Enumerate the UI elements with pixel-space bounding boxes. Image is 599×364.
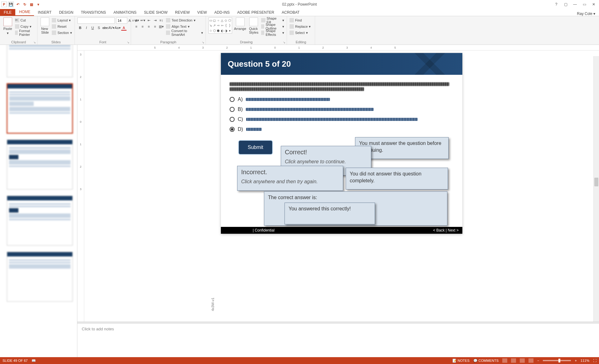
reset-button[interactable]: Reset [52,24,72,29]
notes-toggle[interactable]: 📝 NOTES [452,359,470,363]
replace-button[interactable]: Replace ▾ [290,24,311,29]
option-c[interactable]: C) [230,117,454,122]
quick-styles-button[interactable]: Quick Styles [248,17,259,34]
submit-button[interactable]: Submit [239,141,272,154]
slide-thumbnail[interactable] [7,252,73,302]
save-icon[interactable]: 💾 [8,2,14,7]
tab-transitions[interactable]: TRANSITIONS [77,9,110,16]
dialog-launcher-icon[interactable]: ↘ [127,41,130,44]
vertical-scrollbar[interactable] [593,56,599,322]
spacing-button[interactable]: AV▾ [109,25,114,31]
redo-icon[interactable]: ↻ [22,2,27,7]
callout-answered-correctly[interactable]: You answered this correctly! [285,203,375,224]
shape-effects-button[interactable]: Shape Effects ▾ [261,30,284,36]
zoom-in-icon[interactable]: + [575,359,577,362]
outdent-button[interactable]: ⇤ [146,17,152,23]
slide-stage[interactable]: 3210123 Question 5 of 20 A) B) C [77,50,599,322]
horizontal-ruler[interactable]: 54321012345 [77,45,599,50]
font-name-input[interactable] [77,17,115,24]
bold-button[interactable]: B [77,25,83,31]
align-text-button[interactable]: Align Text ▾ [166,24,203,29]
reading-view-icon[interactable] [520,358,525,363]
zoom-out-icon[interactable]: − [537,359,539,362]
dialog-launcher-icon[interactable]: ↘ [283,41,286,44]
app-icon[interactable]: P [1,2,7,7]
indent-button[interactable]: ⇥ [152,17,158,23]
find-button[interactable]: Find [290,17,311,23]
section-button[interactable]: Section ▾ [52,30,72,36]
paste-button[interactable]: Paste▾ [2,17,13,35]
font-color-button[interactable]: A [121,25,127,31]
arrange-button[interactable]: Arrange [234,17,246,31]
collapse-ribbon-icon[interactable]: ˄ [596,358,598,363]
slide-thumbnail[interactable] [7,45,73,77]
shapes-gallery[interactable]: ▭◻○△◇⬠ ↘↗⇨⇦{} ☆⬡⬢◐◑▾ [208,17,232,34]
tab-file[interactable]: FILE [0,9,15,16]
shadow-button[interactable]: S [96,25,102,31]
tab-animations[interactable]: ANIMATIONS [110,9,140,16]
underline-button[interactable]: U [90,25,95,31]
tab-view[interactable]: VIEW [193,9,211,16]
columns-button[interactable]: ▥▾ [158,24,164,29]
spell-check-icon[interactable]: 📖 [32,359,36,363]
tab-design[interactable]: DESIGN [55,9,77,16]
normal-view-icon[interactable] [502,358,507,363]
slideshow-view-icon[interactable] [528,358,533,363]
signed-in-user[interactable]: Ray Cole ▾ [577,12,599,16]
maximize-icon[interactable]: ▭ [581,2,588,7]
cut-button[interactable]: ✂Cut [15,17,35,23]
zoom-slider[interactable] [543,360,571,361]
dialog-launcher-icon[interactable]: ↘ [202,41,205,44]
footer-nav[interactable]: < Back | Next > [433,228,459,232]
comments-toggle[interactable]: 💬 COMMENTS [473,359,499,363]
align-left-button[interactable]: ≡ [134,24,139,29]
slide-thumbnails-pane[interactable] [0,45,77,357]
case-button[interactable]: Aa▾ [115,25,120,31]
select-button[interactable]: Select ▾ [290,30,311,36]
scrollbar-thumb[interactable] [594,178,598,186]
sorter-view-icon[interactable] [511,358,516,363]
callout-incorrect[interactable]: Incorrect. Click anywhere and then try a… [237,166,343,191]
start-slideshow-icon[interactable]: ▧ [29,2,34,7]
convert-smartart-button[interactable]: Convert to SmartArt ▾ [166,30,203,36]
grow-font-icon[interactable]: A [129,19,131,22]
shape-outline-button[interactable]: Shape Outline ▾ [261,24,284,29]
shape-fill-button[interactable]: Shape Fill ▾ [261,17,284,23]
numbering-button[interactable]: ≕▾ [140,17,145,23]
align-center-button[interactable]: ≡ [140,24,145,29]
ribbon-options-icon[interactable]: ▢ [562,2,569,7]
tab-home[interactable]: HOME [15,8,34,16]
vertical-ruler[interactable]: 3210123 [77,50,84,322]
notes-pane[interactable]: Click to add notes [77,323,599,357]
bullets-button[interactable]: ≔▾ [134,17,139,23]
slide-thumbnail[interactable] [7,140,73,189]
qat-customize-icon[interactable]: ▾ [36,2,41,7]
radio-icon[interactable] [230,117,235,122]
justify-button[interactable]: ≡ [152,24,158,29]
slide-canvas[interactable]: Question 5 of 20 A) B) C) D) Submit [221,53,462,234]
slide-thumbnail[interactable] [7,196,73,246]
font-size-input[interactable] [116,17,127,24]
callout-incomplete[interactable]: You did not answer this question complet… [346,168,448,189]
tab-slideshow[interactable]: SLIDE SHOW [140,9,171,16]
tab-review[interactable]: REVIEW [171,9,193,16]
radio-icon[interactable] [230,107,235,112]
option-d[interactable]: D) [230,127,454,132]
layout-button[interactable]: Layout ▾ [52,17,72,23]
strike-button[interactable]: abc [102,25,108,31]
option-b[interactable]: B) [230,107,454,112]
line-spacing-button[interactable]: ≡↕ [158,17,164,23]
tab-acrobat[interactable]: ACROBAT [278,9,303,16]
close-icon[interactable]: ✕ [590,2,597,7]
text-direction-button[interactable]: Text Direction ▾ [166,17,203,23]
new-slide-button[interactable]: New Slide [40,17,50,34]
dialog-launcher-icon[interactable]: ↘ [33,41,37,44]
tab-addins[interactable]: ADD-INS [211,9,233,16]
copy-button[interactable]: Copy ▾ [15,24,35,29]
question-text[interactable] [230,82,454,91]
align-right-button[interactable]: ≡ [146,24,152,29]
tab-adobe-presenter[interactable]: ADOBE PRESENTER [233,9,278,16]
italic-button[interactable]: I [84,25,89,31]
help-icon[interactable]: ? [553,2,560,7]
option-a[interactable]: A) [230,97,454,102]
